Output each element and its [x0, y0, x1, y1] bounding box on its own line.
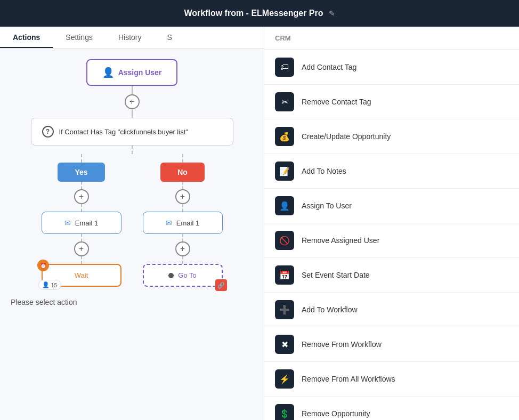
assign-user-label: Assign User — [118, 68, 162, 77]
action-icon: 📅 — [275, 265, 294, 285]
v-conn-top — [132, 146, 133, 154]
connector-2 — [132, 109, 133, 118]
action-label: Add Contact Tag — [302, 63, 356, 71]
action-icon: ✂ — [275, 92, 294, 111]
email-icon-no: ✉ — [166, 219, 172, 227]
action-item[interactable]: ⚡Remove From All Workflows — [264, 362, 519, 397]
goto-label: Go To — [178, 271, 196, 279]
wait-node[interactable]: ⏰ Wait 👤 15 — [42, 264, 121, 287]
condition-label: If Contact Has Tag "clickfunnels buyer l… — [59, 128, 188, 136]
wait-badge: ⏰ — [37, 260, 49, 271]
action-icon: 📝 — [275, 161, 294, 181]
action-label: Remove Assigned User — [302, 236, 379, 245]
add-no-btn[interactable]: + — [175, 189, 190, 204]
user-count-badge: 👤 15 — [38, 280, 61, 290]
tab-extra[interactable]: S — [155, 27, 185, 48]
main-layout: Actions Settings History S 👤 Assign User — [0, 27, 519, 420]
email-node-no[interactable]: ✉ Email 1 — [143, 212, 223, 234]
action-item[interactable]: 📅Set Event Start Date — [264, 258, 519, 293]
action-item[interactable]: 💲Remove Opportunity — [264, 397, 519, 420]
crm-section-header: CRM — [264, 27, 519, 50]
tab-actions[interactable]: Actions — [0, 27, 53, 48]
app-header: Workflow from - ELMessenger Pro ✎ — [0, 0, 519, 27]
action-label: Set Event Start Date — [302, 271, 370, 279]
action-list: 🏷Add Contact Tag✂Remove Contact Tag💰Crea… — [264, 50, 519, 420]
yes-button[interactable]: Yes — [58, 163, 104, 182]
email-label-yes: Email 1 — [75, 219, 98, 227]
tabs-bar: Actions Settings History S — [0, 27, 264, 49]
workflow-canvas: 👤 Assign User + ? If Contact Has Tag "cl… — [0, 49, 264, 420]
add-step-btn-1[interactable]: + — [125, 94, 140, 109]
add-after-email-no[interactable]: + — [175, 241, 190, 256]
right-panel: CRM 🏷Add Contact Tag✂Remove Contact Tag💰… — [264, 27, 519, 420]
action-item[interactable]: 👤Assign To User — [264, 189, 519, 223]
tab-settings[interactable]: Settings — [53, 27, 106, 48]
action-label: Create/Update Opportunity — [302, 132, 391, 141]
branch-no: No + ✉ Email 1 + — [143, 154, 223, 287]
add-after-email-yes[interactable]: + — [74, 241, 89, 256]
action-label: Remove From All Workflows — [302, 375, 395, 383]
workflow-title: Workflow from - ELMessenger Pro — [184, 9, 323, 18]
action-icon: 🏷 — [275, 58, 294, 77]
user-icon: 👤 — [42, 281, 50, 288]
email-node-yes[interactable]: ✉ Email 1 — [42, 212, 121, 234]
action-item[interactable]: 💰Create/Update Opportunity — [264, 119, 519, 154]
action-label: Assign To User — [302, 201, 352, 210]
action-item[interactable]: ➕Add To Workflow — [264, 293, 519, 327]
action-label: Remove From Workflow — [302, 340, 382, 349]
h-branch: Yes + ✉ Email 1 + — [42, 154, 223, 287]
no-button[interactable]: No — [160, 163, 205, 182]
action-icon: 💰 — [275, 127, 294, 146]
email-icon-yes: ✉ — [64, 219, 71, 227]
add-yes-btn[interactable]: + — [74, 189, 89, 204]
action-icon: ➕ — [275, 300, 294, 319]
goto-dot — [168, 273, 174, 278]
please-select-text: Please select action — [11, 297, 77, 307]
action-icon: ✖ — [275, 335, 294, 354]
action-label: Add To Notes — [302, 167, 346, 175]
condition-node[interactable]: ? If Contact Has Tag "clickfunnels buyer… — [31, 118, 233, 146]
action-label: Remove Contact Tag — [302, 98, 371, 106]
action-item[interactable]: 🏷Add Contact Tag — [264, 50, 519, 85]
action-icon: 🚫 — [275, 231, 294, 250]
action-item[interactable]: 🚫Remove Assigned User — [264, 223, 519, 258]
branch-tree: Yes + ✉ Email 1 + — [42, 146, 223, 287]
goto-node[interactable]: Go To 🔗 — [143, 264, 223, 287]
assign-user-icon: 👤 — [102, 67, 114, 78]
link-icon: 🔗 — [215, 279, 227, 291]
action-label: Add To Workflow — [302, 305, 358, 314]
tab-history[interactable]: History — [106, 27, 155, 48]
action-item[interactable]: ✂Remove Contact Tag — [264, 85, 519, 119]
edit-title-icon[interactable]: ✎ — [329, 9, 335, 18]
action-icon: 👤 — [275, 196, 294, 215]
connector-1 — [132, 86, 133, 94]
condition-icon: ? — [42, 126, 54, 138]
wait-label: Wait — [75, 271, 88, 279]
email-label-no: Email 1 — [176, 219, 199, 227]
v-conn-yes — [81, 154, 82, 163]
assign-user-node[interactable]: 👤 Assign User — [86, 59, 178, 86]
action-item[interactable]: 📝Add To Notes — [264, 154, 519, 189]
action-icon: ⚡ — [275, 369, 294, 389]
v-conn-no — [182, 154, 183, 163]
action-icon: 💲 — [275, 404, 294, 420]
action-label: Remove Opportunity — [302, 409, 370, 418]
workflow-chain: 👤 Assign User + ? If Contact Has Tag "cl… — [11, 59, 253, 307]
left-panel: Actions Settings History S 👤 Assign User — [0, 27, 264, 420]
branch-yes: Yes + ✉ Email 1 + — [42, 154, 121, 287]
action-item[interactable]: ✖Remove From Workflow — [264, 327, 519, 362]
